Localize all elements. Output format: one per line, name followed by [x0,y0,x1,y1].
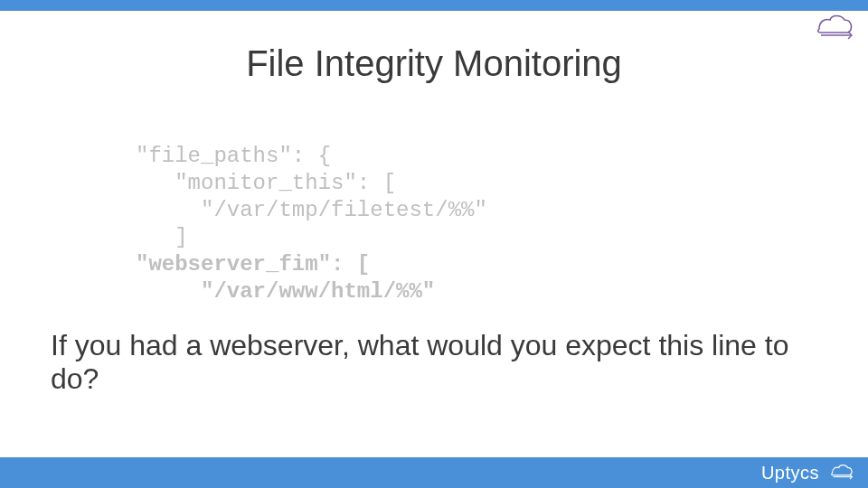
code-line-1: "file_paths": { [136,144,331,168]
slide-title: File Integrity Monitoring [0,43,868,84]
top-accent-bar [0,0,868,11]
code-block: "file_paths": { "monitor_this": [ "/var/… [136,116,487,305]
footer-bar: Uptycs [0,457,868,488]
code-line-2: "monitor_this": [ [136,171,396,195]
question-text: If you had a webserver, what would you e… [51,329,817,396]
code-line-3: "/var/tmp/filetest/%%" [136,198,487,222]
brand-name: Uptycs [761,463,819,483]
code-line-6: "/var/www/html/%%" [136,279,435,304]
code-line-4: ] [136,225,188,249]
brand-cloud-icon-footer [825,461,855,484]
brand-cloud-icon [807,9,857,45]
code-line-5: "webserver_fim": [ [136,252,370,277]
